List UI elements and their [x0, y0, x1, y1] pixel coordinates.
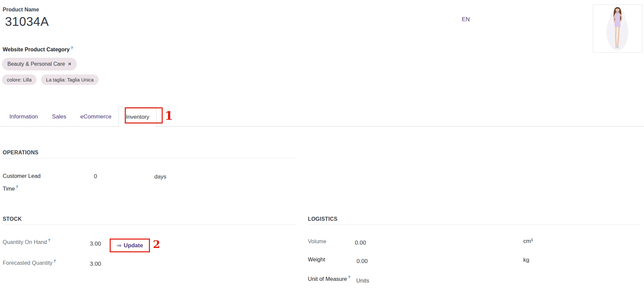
volume-input[interactable]: 0.00: [355, 240, 366, 246]
tab-ecommerce[interactable]: eCommerce: [73, 107, 119, 127]
update-quantity-button[interactable]: ⇒Update: [117, 242, 143, 249]
customer-lead-time-label: Customer Lead Time?: [3, 170, 45, 194]
customer-lead-time-unit: days: [154, 173, 166, 180]
category-tag[interactable]: Beauty & Personal Care ×: [2, 58, 77, 70]
arrow-right-icon: ⇒: [117, 242, 121, 249]
quantity-on-hand-label: Quantity On Hand?: [3, 238, 50, 245]
variant-tag-color: colore: Lilla: [2, 74, 37, 85]
category-tag-label: Beauty & Personal Care: [7, 61, 65, 67]
forecasted-quantity-value: 3.00: [90, 261, 101, 267]
customer-lead-time-input[interactable]: 0: [94, 173, 97, 180]
volume-unit: cm³: [523, 238, 533, 245]
help-icon: ?: [348, 275, 350, 279]
help-icon: ?: [16, 185, 18, 189]
product-name-label: Product Name: [3, 7, 39, 13]
language-badge[interactable]: EN: [462, 16, 470, 23]
unit-of-measure-label: Unit of Measure?: [308, 275, 351, 282]
product-photo-model: [598, 5, 637, 52]
unit-of-measure-value[interactable]: Units: [356, 277, 369, 284]
annotation-number-2: 2: [153, 238, 160, 250]
tab-inventory[interactable]: Inventory: [118, 107, 157, 127]
help-icon: ?: [48, 238, 50, 242]
volume-label: Volume: [308, 238, 326, 245]
logistics-section-title: LOGISTICS: [308, 216, 640, 225]
help-icon: ?: [71, 46, 73, 50]
stock-section-title: STOCK: [3, 216, 296, 225]
website-product-category-label: Website Product Category?: [3, 46, 73, 53]
weight-unit: kg: [523, 257, 529, 263]
weight-input[interactable]: 0.00: [357, 258, 368, 265]
tab-sales[interactable]: Sales: [45, 107, 73, 127]
variant-tag-row: colore: Lilla La taglia: Taglia Unica: [2, 74, 99, 85]
weight-label: Weight: [308, 256, 325, 263]
quantity-on-hand-value: 3.00: [90, 241, 101, 247]
website-product-category-text: Website Product Category: [3, 47, 70, 52]
tab-information[interactable]: Information: [2, 107, 45, 127]
tag-remove-icon[interactable]: ×: [68, 61, 71, 67]
forecasted-quantity-label: Forecasted Quantity?: [3, 259, 56, 266]
annotation-number-1: 1: [165, 108, 173, 122]
annotation-box-2: ⇒Update: [110, 239, 150, 252]
help-icon: ?: [54, 259, 56, 263]
variant-tag-size: La taglia: Taglia Unica: [41, 74, 99, 85]
category-tag-row: Beauty & Personal Care ×: [2, 58, 77, 70]
product-image[interactable]: [593, 4, 642, 53]
product-name-value[interactable]: 31034A: [5, 15, 49, 29]
notebook-tabs: Information Sales eCommerce Inventory: [0, 107, 644, 127]
operations-section-title: OPERATIONS: [3, 150, 296, 158]
